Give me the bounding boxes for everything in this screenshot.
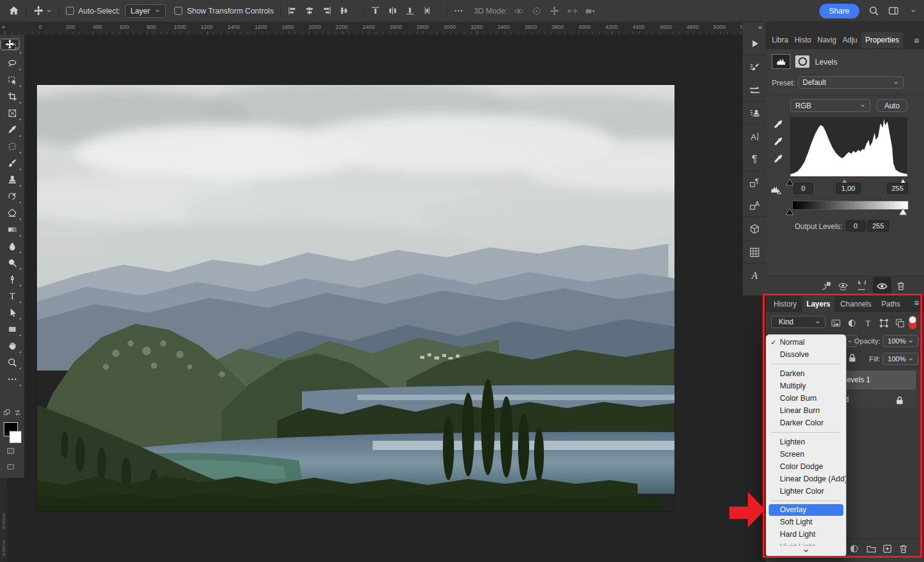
tab-channels[interactable]: Channels xyxy=(836,296,876,312)
home-icon[interactable] xyxy=(9,6,19,16)
more-tools-tool[interactable] xyxy=(2,371,22,387)
patterns-panel-button[interactable] xyxy=(743,240,766,263)
clone-stamp-tool[interactable] xyxy=(2,171,22,188)
distribute-vertical-centers-icon[interactable] xyxy=(423,6,432,15)
more-align-options-icon[interactable] xyxy=(454,6,463,15)
swap-colors-icon[interactable] xyxy=(14,409,22,417)
output-shadow-slider[interactable] xyxy=(785,208,794,215)
pen-tool[interactable] xyxy=(2,271,22,287)
gray-point-eyedropper-icon[interactable] xyxy=(773,137,784,147)
show-transform-checkbox[interactable] xyxy=(174,7,182,15)
uncached-refresh-icon[interactable] xyxy=(771,185,781,195)
tab-layers[interactable]: Layers xyxy=(802,296,835,312)
tool-preset-chevron-icon[interactable] xyxy=(44,8,52,14)
brush-tool[interactable] xyxy=(2,155,22,171)
rectangular-marquee-tool[interactable] xyxy=(2,38,22,55)
frame-tool[interactable] xyxy=(2,105,22,121)
lasso-tool[interactable] xyxy=(2,55,22,71)
paragraph-panel-button[interactable]: ¶ xyxy=(743,148,766,171)
new-layer-icon[interactable] xyxy=(882,544,893,554)
input-shadow-slider[interactable] xyxy=(785,179,794,186)
menu-scroll-down-icon[interactable] xyxy=(766,546,846,555)
character-panel-button[interactable]: A xyxy=(743,124,766,148)
align-right-edges-icon[interactable] xyxy=(322,6,331,15)
tab-histo[interactable]: Histo xyxy=(792,32,814,48)
collapse-panels-icon[interactable]: « xyxy=(743,22,766,32)
clone-source-panel-button[interactable] xyxy=(743,101,766,124)
filter-type-layers-button[interactable]: T xyxy=(862,317,874,329)
filter-on-toggle[interactable] xyxy=(909,316,917,329)
blend-mode-option-darken[interactable]: Darken xyxy=(766,367,846,380)
background-color-swatch[interactable] xyxy=(9,431,22,443)
blend-mode-option-dissolve[interactable]: Dissolve xyxy=(766,348,846,361)
blend-mode-option-lighter-color[interactable]: Lighter Color xyxy=(766,485,846,497)
reset-adjustment-icon[interactable] xyxy=(856,281,867,291)
blend-mode-option-vivid-light[interactable]: Vivid Light xyxy=(766,540,846,546)
preset-dropdown[interactable]: Default xyxy=(798,76,904,89)
screen-mode-icon[interactable] xyxy=(7,463,15,471)
toggle-visibility-button[interactable] xyxy=(873,277,891,295)
type-tool[interactable]: T xyxy=(2,287,22,304)
clip-to-layer-icon[interactable] xyxy=(821,281,832,291)
delete-adjustment-icon[interactable] xyxy=(896,281,906,291)
auto-select-target-dropdown[interactable]: Layer xyxy=(125,4,166,18)
tab-navig[interactable]: Navig xyxy=(815,32,839,48)
auto-button[interactable]: Auto xyxy=(877,99,907,112)
object-selection-tool[interactable] xyxy=(2,71,22,88)
fill-dropdown[interactable]: 100% xyxy=(883,353,918,365)
input-gamma-value[interactable]: 1,00 xyxy=(836,183,861,194)
dodge-tool[interactable] xyxy=(2,254,22,271)
blend-mode-option-darker-color[interactable]: Darker Color xyxy=(766,417,846,429)
path-selection-tool[interactable] xyxy=(2,304,22,321)
edit-toolbar-icon[interactable] xyxy=(3,409,11,417)
blend-mode-option-color-burn[interactable]: Color Burn xyxy=(766,392,846,404)
document-canvas-image[interactable] xyxy=(37,85,675,511)
layers-menu-icon[interactable]: ≡ xyxy=(914,298,919,308)
distribute-top-edges-icon[interactable] xyxy=(371,6,380,15)
tab-paths[interactable]: Paths xyxy=(877,296,905,312)
character-styles-panel-button[interactable]: A xyxy=(743,194,766,217)
filter-smart-objects-button[interactable] xyxy=(894,317,906,329)
layer-mask-thumbnail[interactable] xyxy=(795,55,809,68)
eyedropper-tool[interactable] xyxy=(2,121,22,138)
canvas-area[interactable] xyxy=(7,34,766,562)
filter-adjustment-layers-button[interactable] xyxy=(846,317,858,329)
filter-pixel-layers-button[interactable] xyxy=(830,317,842,329)
view-previous-state-icon[interactable] xyxy=(838,281,848,291)
blend-mode-option-color-dodge[interactable]: Color Dodge xyxy=(766,460,846,473)
tab-adju[interactable]: Adju xyxy=(840,32,860,48)
search-icon[interactable] xyxy=(869,6,879,16)
workspace-chevron-icon[interactable] xyxy=(908,8,916,14)
blend-mode-option-normal[interactable]: ✓Normal xyxy=(766,336,846,348)
gradient-tool[interactable] xyxy=(2,221,22,238)
share-button[interactable]: Share xyxy=(819,4,859,18)
blend-mode-option-overlay[interactable]: Overlay xyxy=(769,504,843,516)
brushes-panel-button[interactable] xyxy=(743,78,766,101)
black-point-eyedropper-icon[interactable] xyxy=(773,119,784,130)
tab-properties[interactable]: Properties xyxy=(861,32,904,48)
hand-tool[interactable] xyxy=(2,337,22,354)
blur-tool[interactable] xyxy=(2,238,22,254)
align-left-edges-icon[interactable] xyxy=(288,6,297,15)
blend-mode-option-hard-light[interactable]: Hard Light xyxy=(766,528,846,540)
levels-adjustment-thumbnail[interactable] xyxy=(772,54,790,69)
tab-history[interactable]: History xyxy=(769,296,801,312)
actions-panel-button[interactable] xyxy=(743,32,766,55)
lock-all-icon[interactable] xyxy=(847,353,857,363)
zoom-tool[interactable] xyxy=(2,354,22,371)
new-adjustment-layer-icon[interactable] xyxy=(849,544,859,554)
move-tool-icon[interactable] xyxy=(33,6,44,16)
align-vertical-centers-icon[interactable] xyxy=(339,6,349,15)
blend-mode-option-screen[interactable]: Screen xyxy=(766,448,846,460)
threed-panel-button[interactable] xyxy=(743,217,766,240)
align-horizontal-centers-icon[interactable] xyxy=(305,6,314,15)
rectangle-shape-tool[interactable] xyxy=(2,321,22,337)
output-highlight-value[interactable]: 255 xyxy=(867,220,889,231)
tab-libra[interactable]: Libra xyxy=(769,32,791,48)
healing-brush-tool[interactable] xyxy=(2,138,22,155)
input-highlight-value[interactable]: 255 xyxy=(887,183,908,194)
opacity-dropdown[interactable]: 100% xyxy=(883,335,918,347)
blend-mode-option-soft-light[interactable]: Soft Light xyxy=(766,516,846,528)
layer-filter-dropdown[interactable]: Kind xyxy=(771,316,825,328)
top-ruler[interactable]: » 02004006008001000120014001600180020002… xyxy=(0,22,742,35)
